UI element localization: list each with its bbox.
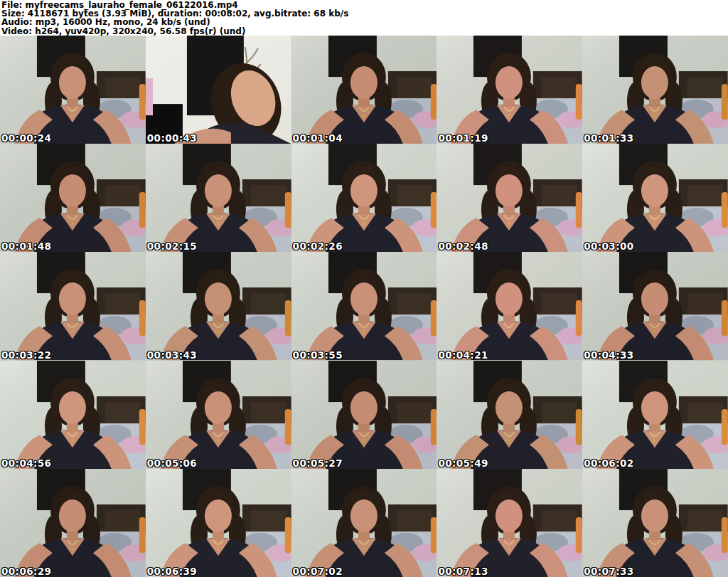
video-frame-thumbnail: 00:03:43 — [146, 252, 291, 360]
video-frame-thumbnail: 00:05:06 — [146, 361, 291, 469]
frame-timestamp: 00:04:21 — [438, 350, 488, 361]
video-frame-thumbnail: 00:00:24 — [0, 36, 146, 144]
video-frame-thumbnail: 00:01:19 — [437, 36, 582, 144]
video-frame-thumbnail: 00:02:26 — [291, 144, 437, 252]
video-frame-thumbnail: 00:03:00 — [582, 144, 728, 252]
frame-placeholder-image — [146, 36, 291, 144]
video-frame-thumbnail: 00:03:22 — [0, 252, 146, 360]
video-frame-thumbnail: 00:05:27 — [291, 361, 437, 469]
video-frame-thumbnail: 00:00:43 — [146, 36, 291, 144]
frame-timestamp: 00:00:43 — [147, 133, 197, 144]
video-frame-thumbnail: 00:07:13 — [437, 469, 582, 577]
frame-placeholder-image — [291, 361, 437, 469]
frame-placeholder-image — [291, 252, 437, 360]
video-frame-thumbnail: 00:01:33 — [582, 36, 728, 144]
frame-placeholder-image — [0, 469, 146, 577]
video-frame-thumbnail: 00:04:33 — [582, 252, 728, 360]
video-contact-sheet: File: myfreecams_lauraho_female_06122016… — [0, 0, 728, 577]
video-frame-thumbnail: 00:04:21 — [437, 252, 582, 360]
frame-timestamp: 00:00:24 — [1, 133, 51, 144]
frame-placeholder-image — [582, 361, 728, 469]
video-frame-thumbnail: 00:03:55 — [291, 252, 437, 360]
frame-placeholder-image — [146, 252, 291, 360]
frame-placeholder-image — [582, 469, 728, 577]
frame-timestamp: 00:04:33 — [584, 350, 633, 361]
frame-timestamp: 00:02:48 — [438, 241, 488, 252]
thumbnail-grid: 00:00:24 00:00:43 00:01:04 00:01:19 00:0… — [0, 36, 728, 577]
frame-placeholder-image — [582, 252, 728, 360]
frame-placeholder-image — [291, 469, 437, 577]
frame-placeholder-image — [291, 36, 437, 144]
frame-timestamp: 00:01:19 — [438, 133, 488, 144]
frame-placeholder-image — [0, 144, 146, 252]
frame-timestamp: 00:07:13 — [438, 566, 488, 577]
frame-placeholder-image — [437, 252, 582, 360]
video-frame-thumbnail: 00:07:02 — [291, 469, 437, 577]
frame-timestamp: 00:01:33 — [584, 133, 633, 144]
video-frame-thumbnail: 00:06:29 — [0, 469, 146, 577]
frame-timestamp: 00:05:27 — [293, 458, 343, 469]
frame-placeholder-image — [437, 361, 582, 469]
frame-timestamp: 00:04:56 — [1, 458, 51, 469]
frame-timestamp: 00:05:49 — [438, 458, 488, 469]
frame-timestamp: 00:07:02 — [293, 566, 343, 577]
frame-placeholder-image — [582, 36, 728, 144]
frame-timestamp: 00:01:04 — [293, 133, 343, 144]
frame-placeholder-image — [146, 361, 291, 469]
video-frame-thumbnail: 00:01:48 — [0, 144, 146, 252]
video-frame-thumbnail: 00:04:56 — [0, 361, 146, 469]
frame-placeholder-image — [146, 144, 291, 252]
frame-timestamp: 00:03:43 — [147, 350, 197, 361]
frame-placeholder-image — [146, 469, 291, 577]
audio-info-line: Audio: mp3, 16000 Hz, mono, 24 kb/s (und… — [1, 18, 728, 26]
video-frame-thumbnail: 00:02:48 — [437, 144, 582, 252]
video-frame-thumbnail: 00:06:39 — [146, 469, 291, 577]
frame-timestamp: 00:03:00 — [584, 241, 633, 252]
frame-placeholder-image — [291, 144, 437, 252]
video-frame-thumbnail: 00:07:33 — [582, 469, 728, 577]
frame-placeholder-image — [0, 36, 146, 144]
frame-timestamp: 00:06:39 — [147, 566, 197, 577]
video-metadata-header: File: myfreecams_lauraho_female_06122016… — [0, 0, 728, 36]
frame-timestamp: 00:03:22 — [1, 350, 51, 361]
frame-timestamp: 00:06:29 — [1, 566, 51, 577]
frame-timestamp: 00:01:48 — [1, 241, 51, 252]
video-info-line: Video: h264, yuv420p, 320x240, 56.58 fps… — [1, 27, 728, 36]
video-frame-thumbnail: 00:01:04 — [291, 36, 437, 144]
frame-timestamp: 00:05:06 — [147, 458, 197, 469]
frame-placeholder-image — [437, 469, 582, 577]
video-frame-thumbnail: 00:05:49 — [437, 361, 582, 469]
frame-timestamp: 00:02:26 — [293, 241, 343, 252]
frame-timestamp: 00:03:55 — [293, 350, 343, 361]
video-frame-thumbnail: 00:06:02 — [582, 361, 728, 469]
video-frame-thumbnail: 00:02:15 — [146, 144, 291, 252]
frame-placeholder-image — [437, 36, 582, 144]
frame-timestamp: 00:06:02 — [584, 458, 633, 469]
frame-placeholder-image — [437, 144, 582, 252]
frame-placeholder-image — [582, 144, 728, 252]
frame-timestamp: 00:07:33 — [584, 566, 633, 577]
frame-placeholder-image — [0, 252, 146, 360]
frame-placeholder-image — [0, 361, 146, 469]
frame-timestamp: 00:02:15 — [147, 241, 197, 252]
